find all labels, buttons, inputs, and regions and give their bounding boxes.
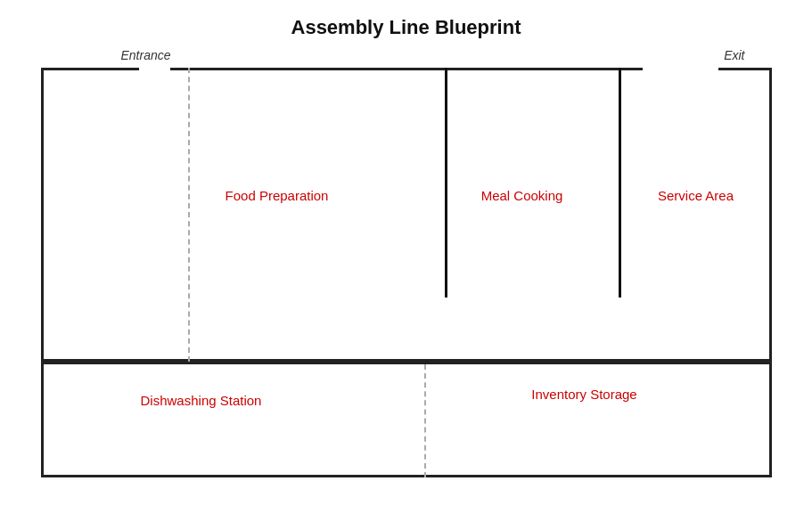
dashed-line-top: [188, 68, 190, 362]
page-title: Assembly Line Blueprint: [291, 16, 521, 39]
entrance-label: Entrance: [121, 48, 171, 62]
zone-meal-cooking: Meal Cooking: [469, 186, 576, 205]
zone-service-area: Service Area: [647, 186, 745, 205]
blueprint-diagram: Entrance Exit Food Preparation Meal Cook…: [41, 48, 772, 485]
zone-food-preparation: Food Preparation: [219, 186, 335, 205]
divider-v1: [445, 68, 447, 298]
exit-label: Exit: [724, 48, 744, 62]
bottom-room: [41, 362, 772, 477]
zone-inventory-storage: Inventory Storage: [513, 385, 656, 404]
divider-v2: [619, 68, 621, 298]
dashed-line-bottom: [424, 364, 426, 477]
top-room: [41, 68, 772, 362]
zone-dishwashing-station: Dishwashing Station: [130, 391, 273, 410]
